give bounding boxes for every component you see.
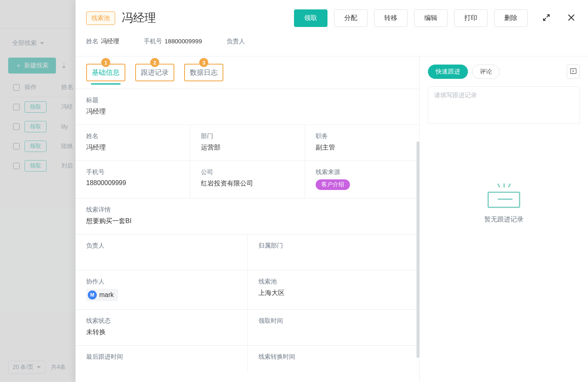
field-label: 线索状态 [86,317,237,325]
content-column: 1 基础信息 2 跟进记录 3 数据日志 标题 冯经理 [76,56,419,382]
field-label: 协作人 [86,278,237,286]
sub-owner-label: 负责人 [227,38,245,45]
inbox-icon [488,185,520,208]
field-name: 姓名 冯经理 [76,125,190,161]
close-icon[interactable] [565,11,577,25]
field-convert-time: 线索转换时间 [248,345,420,372]
edit-button[interactable]: 编辑 [414,9,448,27]
lead-pool-tag: 线索池 [86,11,115,25]
tab-badge-1: 1 [101,58,110,67]
field-phone: 手机号 18800009999 [76,161,190,198]
sub-phone-value: 18800009999 [165,38,202,45]
field-status: 线索状态 未转换 [76,309,248,345]
field-label: 职务 [316,132,409,140]
field-label: 姓名 [86,132,179,140]
field-owner-dept: 归属部门 [248,234,420,270]
claim-button[interactable]: 领取 [294,9,327,27]
field-owner: 负责人 [76,234,248,270]
field-label: 最后跟进时间 [86,353,237,361]
field-collaborator: 协作人 M mark [76,270,248,309]
field-source: 线索来源 客户介绍 [305,161,419,198]
collapse-panel-icon[interactable] [567,65,580,79]
field-value: 上海大区 [258,289,409,298]
field-label: 部门 [201,132,294,140]
field-label: 线索转换时间 [258,353,409,361]
collaborator-name: mark [99,291,114,299]
delete-button[interactable]: 删除 [494,9,528,27]
collaborator-chip[interactable]: M mark [86,289,118,301]
field-value: 想要购买一套BI [86,217,409,226]
print-button[interactable]: 打印 [454,9,488,27]
field-company: 公司 红岩投资有限公司 [190,161,305,198]
field-last-follow: 最后跟进时间 [76,345,248,372]
field-value [86,253,237,262]
panel-subheader: 姓名冯经理 手机号18800009999 负责人 [76,36,588,56]
field-value: 18800009999 [86,179,179,188]
scrollbar[interactable] [416,141,419,358]
field-label: 归属部门 [258,242,409,250]
avatar: M [88,290,97,299]
comment-tab[interactable]: 评论 [472,65,500,79]
page-title: 冯经理 [122,10,156,26]
field-label: 手机号 [86,168,179,176]
field-label: 公司 [201,168,294,176]
panel-header: 线索池 冯经理 领取 分配 转移 编辑 打印 删除 [76,0,588,36]
expand-icon[interactable] [541,12,552,25]
sub-phone-label: 手机号 [144,38,162,45]
field-value: 副主管 [316,143,409,152]
field-value [258,253,409,262]
field-value: 未转换 [86,328,237,337]
field-label: 标题 [86,96,409,104]
followup-placeholder: 请填写跟进记录 [434,92,477,98]
sub-name-value: 冯经理 [101,38,119,45]
field-label: 线索池 [258,278,409,286]
field-position: 职务 副主管 [305,125,419,161]
field-label: 负责人 [86,242,237,250]
field-value: 红岩投资有限公司 [201,179,294,188]
lead-detail-panel: 线索池 冯经理 领取 分配 转移 编辑 打印 删除 姓名冯经理 手机号18800… [76,0,588,382]
tab-badge-3: 3 [199,58,208,67]
field-department: 部门 运营部 [190,125,305,161]
field-label: 线索来源 [316,168,409,176]
field-value: 冯经理 [86,107,409,116]
tab-badge-2: 2 [150,58,159,67]
info-scroll-area[interactable]: 标题 冯经理 姓名 冯经理 部门 运营部 职务 副主管 [76,89,419,382]
field-claim-time: 领取时间 [248,309,420,345]
field-label: 线索详情 [86,206,409,214]
field-detail: 线索详情 想要购买一套BI [76,198,419,234]
transfer-button[interactable]: 转移 [374,9,408,27]
sub-name-label: 姓名 [86,38,98,45]
field-value: 冯经理 [86,143,179,152]
field-title: 标题 冯经理 [76,89,419,125]
followup-textarea[interactable]: 请填写跟进记录 [428,86,580,124]
field-value: 运营部 [201,143,294,152]
field-lead-pool: 线索池 上海大区 [248,270,420,309]
empty-state-text: 暂无跟进记录 [484,215,523,224]
assign-button[interactable]: 分配 [334,9,368,27]
quick-followup-tab[interactable]: 快速跟进 [428,65,468,79]
source-tag: 客户介绍 [316,179,350,190]
field-label: 领取时间 [258,317,409,325]
field-value [258,328,409,337]
tab-active-indicator [91,83,120,85]
activity-column: 快速跟进 评论 请填写跟进记录 暂无跟进记录 [419,56,588,382]
